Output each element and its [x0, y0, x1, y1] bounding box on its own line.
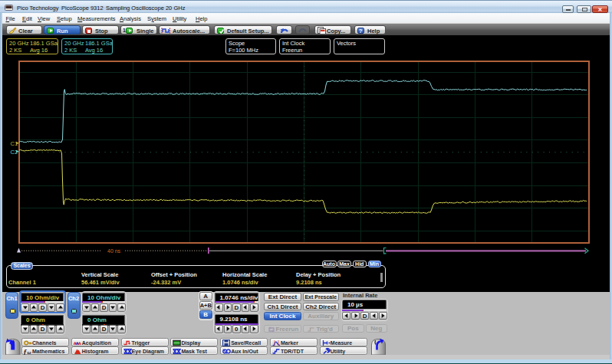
svg-text:f: f	[24, 348, 27, 355]
svg-text:40 ns: 40 ns	[107, 248, 121, 254]
svg-text:ω: ω	[28, 349, 31, 355]
